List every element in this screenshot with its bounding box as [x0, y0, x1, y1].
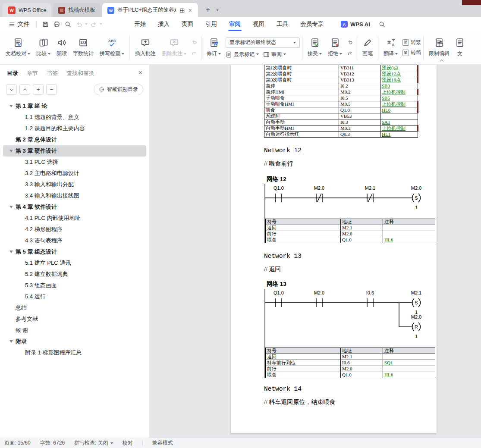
delete-comment-button[interactable]: 删除批注	[159, 36, 189, 59]
expand-triangle-icon[interactable]	[9, 105, 13, 107]
toc-item[interactable]: 4.1 PLC 内部使用地址	[3, 213, 146, 224]
undo-dropdown-icon[interactable]	[85, 23, 88, 25]
contact-label: Q1.0	[274, 290, 284, 295]
menu-tab[interactable]: 页面	[176, 17, 199, 31]
sidebar-tab[interactable]: 目录	[7, 69, 18, 77]
menu-tab[interactable]: 视图	[247, 17, 270, 31]
translate-button[interactable]: 文A 翻译	[380, 36, 401, 59]
toc-item[interactable]: 附录	[3, 336, 146, 347]
search-button[interactable]	[377, 19, 387, 29]
display-for-review-dropdown[interactable]: 显示标记的最终状态	[226, 38, 300, 48]
restrict-editing-button[interactable]: 限制编辑	[426, 36, 453, 59]
toc-item[interactable]: 5.3 组态画面	[3, 280, 146, 291]
toc-item[interactable]: 第 5 章 组态设计	[3, 246, 146, 257]
wps-home-tab[interactable]: W WPS Office	[3, 3, 51, 17]
coil-operator: S	[415, 300, 418, 305]
toc-item[interactable]: 3.3 输入和输出分配	[3, 179, 146, 190]
expand-all-button[interactable]	[19, 84, 30, 95]
revision-nav-buttons	[346, 38, 354, 57]
undo-button[interactable]	[74, 19, 84, 29]
proofread-button[interactable]: 文档校对	[3, 36, 33, 59]
expand-triangle-icon[interactable]	[9, 251, 13, 253]
document-tab[interactable]: W 基于PLC+组态王的笼养鸡养殖 ×	[102, 3, 198, 17]
file-menu-button[interactable]: 文件	[5, 20, 33, 28]
collapse-all-button[interactable]	[6, 84, 17, 95]
address-cell: I0.5	[339, 95, 380, 101]
toc-item[interactable]: 4.2 梯形图程序	[3, 224, 146, 235]
toc-item[interactable]: 5.4 运行	[3, 291, 146, 302]
menu-tab[interactable]: 会员专享	[294, 17, 330, 31]
save-button[interactable]	[40, 19, 50, 29]
highlight-pen-button[interactable]: 画笔	[359, 36, 376, 59]
compare-button[interactable]: 比较	[33, 36, 53, 59]
menu-tab[interactable]: 开始	[128, 17, 152, 31]
toc-item[interactable]: 第 3 章 硬件设计	[3, 145, 146, 157]
next-comment-button[interactable]	[190, 50, 198, 57]
new-tab-button[interactable]: +	[202, 4, 214, 16]
toc-item[interactable]: 4.3 语句表程序	[3, 235, 146, 246]
toc-item[interactable]: 3.1 PLC 选择	[3, 157, 146, 168]
close-tab-icon[interactable]: ×	[188, 7, 193, 14]
tab-list-dropdown-icon[interactable]	[216, 9, 219, 11]
print-button[interactable]	[51, 19, 62, 29]
toc-item[interactable]: 第 1 章 绪 论	[3, 100, 146, 112]
menu-tab[interactable]: 工具	[270, 17, 294, 31]
writer-doc-icon: W	[107, 7, 114, 14]
toc-item[interactable]: 3.4 输入和输出接线图	[3, 190, 146, 201]
toc-item[interactable]: 附录 1 梯形图程序汇总	[3, 347, 146, 358]
insert-comment-button[interactable]: 插入批注	[132, 36, 159, 59]
toc-item[interactable]: 3.2 主电路和电源设计	[3, 168, 146, 179]
table-row: 第1次喂食时 VB311 预设8点	[264, 65, 418, 71]
reject-revision-button[interactable]: 拒绝	[325, 36, 345, 59]
toc-item-label: 3.3 输入和输出分配	[25, 181, 74, 188]
clipped-ribbon-button[interactable]: 文	[453, 36, 467, 59]
word-count-button[interactable]: 123 字数统计	[70, 36, 97, 59]
toc-item[interactable]: 5.2 建立数据词典	[3, 269, 146, 280]
spell-check-button[interactable]: ABC 拼写检查	[97, 36, 127, 59]
simplified-char-icon: 简	[402, 39, 409, 46]
expand-triangle-icon[interactable]	[9, 340, 13, 343]
toc-item[interactable]: 致 谢	[3, 325, 146, 336]
menu-tab[interactable]: 插入	[152, 17, 176, 31]
toc-item[interactable]: 1.1 选题的背景、意义	[3, 112, 146, 123]
proofing-indicator[interactable]: 校对	[123, 439, 133, 447]
redo-dropdown-icon[interactable]	[100, 23, 102, 25]
show-markup-button[interactable]: 显示标记	[226, 51, 259, 58]
toc-item[interactable]: 5.1 建立 PLC 通讯	[3, 257, 146, 269]
smart-toc-button[interactable]: 智能识别目录	[94, 84, 143, 95]
close-sidebar-icon[interactable]: ×	[138, 69, 142, 77]
spellcheck-indicator[interactable]: 拼写检查: 关闭	[74, 439, 113, 447]
menu-tab[interactable]: 引用	[199, 17, 223, 31]
track-changes-button[interactable]: 修订	[204, 36, 224, 59]
sidebar-tab[interactable]: 书签	[47, 69, 58, 77]
toc-item[interactable]: 第 2 章 总体设计	[3, 134, 146, 145]
document-page[interactable]: 第1次喂食时 VB311 预设8点 第2次喂食时 VB312 预设12点	[231, 65, 437, 433]
address-cell: VB311	[339, 65, 380, 71]
menu-tab[interactable]: 审阅	[223, 17, 247, 31]
svg-text:文: 文	[387, 40, 391, 44]
wps-ai-button[interactable]: A WPS AI	[341, 21, 370, 28]
zoom-in-toc-button[interactable]: +	[33, 84, 44, 95]
redo-button[interactable]	[88, 19, 99, 29]
previous-revision-button[interactable]	[346, 38, 354, 46]
traditional-to-simplified-button[interactable]: 繁 转简	[402, 49, 421, 56]
toc-item[interactable]: 第 4 章 软件设计	[3, 201, 146, 213]
reviewing-pane-button[interactable]: 审阅	[263, 51, 286, 58]
word-count-indicator[interactable]: 字数: 6726	[40, 439, 65, 447]
print-preview-button[interactable]	[63, 19, 73, 29]
toc-item[interactable]: 1.2 课题目的和主要内容	[3, 123, 146, 134]
next-revision-button[interactable]	[346, 50, 354, 57]
sidebar-tab[interactable]: 查找和替换	[66, 69, 94, 77]
accept-revision-button[interactable]: 接受	[305, 36, 325, 59]
expand-triangle-icon[interactable]	[9, 206, 13, 208]
page-indicator[interactable]: 页面: 15/60	[4, 439, 31, 447]
toc-item[interactable]: 参考文献	[3, 313, 146, 325]
simplified-to-traditional-button[interactable]: 简 转繁	[402, 39, 421, 46]
zoom-out-toc-button[interactable]: −	[46, 84, 57, 95]
sidebar-tab[interactable]: 章节	[27, 69, 38, 77]
expand-triangle-icon[interactable]	[9, 150, 13, 152]
read-aloud-button[interactable]: 朗读	[53, 36, 70, 59]
template-tab[interactable]: 找稿壳模板	[53, 3, 101, 17]
previous-comment-button[interactable]	[190, 38, 198, 46]
toc-item[interactable]: 总结	[3, 302, 146, 313]
